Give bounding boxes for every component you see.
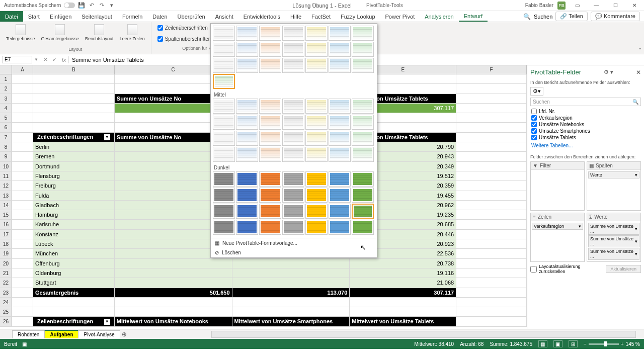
cell[interactable]: 113.070 (232, 288, 350, 297)
cell[interactable] (12, 317, 33, 326)
pivot-style-thumb[interactable] (352, 147, 374, 162)
zoom-in-icon[interactable]: + (621, 341, 624, 347)
row-header[interactable]: 22 (0, 278, 12, 287)
pivot-style-thumb[interactable] (213, 26, 235, 41)
field-pane-gear-icon[interactable]: ⚙▾ (530, 87, 543, 96)
row-header[interactable]: 18 (0, 239, 12, 248)
row-header[interactable]: 23 (0, 288, 12, 297)
tab-start[interactable]: Start (23, 11, 45, 22)
cell[interactable] (456, 220, 527, 229)
grandtotals-button[interactable]: Gesamtergebnisse (39, 23, 82, 42)
cell[interactable]: Mittelwert von Umsätze Smartphones (232, 317, 350, 326)
values-pill[interactable]: Summe von Umsätze ...▾ (588, 248, 639, 260)
cell[interactable] (115, 278, 232, 287)
columns-area[interactable]: ▦Spalten Werte▾ (587, 161, 641, 211)
pivot-style-thumb[interactable] (282, 26, 304, 41)
sheet-tab-rohdaten[interactable]: Rohdaten (12, 330, 45, 338)
tab-hilfe[interactable]: Hilfe (285, 11, 306, 22)
pivot-style-thumb[interactable] (352, 26, 374, 41)
cell[interactable] (12, 74, 33, 83)
row-labels-filter-icon[interactable]: ▼ (104, 319, 110, 325)
row-header[interactable]: 13 (0, 191, 12, 200)
comments-button[interactable]: 💬 Kommentare (591, 12, 640, 21)
normal-view-icon[interactable]: ▦ (538, 340, 547, 347)
pivot-style-thumb[interactable] (329, 99, 351, 114)
pivot-style-thumb[interactable] (282, 171, 304, 187)
cell[interactable] (456, 181, 527, 190)
pivot-style-thumb[interactable] (305, 204, 328, 219)
cell[interactable] (456, 74, 527, 83)
cell[interactable] (12, 210, 33, 219)
pivot-style-thumb[interactable] (236, 171, 258, 187)
pivot-style-thumb[interactable] (213, 58, 235, 73)
pivot-style-thumb[interactable] (282, 188, 304, 203)
subtotals-button[interactable]: Teilergebnisse (4, 23, 37, 42)
cell[interactable] (33, 123, 115, 132)
zoom-level[interactable]: 145 % (626, 341, 640, 347)
cell[interactable] (456, 239, 527, 248)
pivot-style-thumb[interactable] (329, 42, 351, 57)
row-headers-checkbox[interactable]: Zeilenüberschriften (157, 25, 208, 31)
pivot-style-thumb[interactable] (329, 26, 351, 41)
cell[interactable] (12, 171, 33, 180)
cell[interactable] (12, 191, 33, 200)
cell[interactable] (12, 113, 33, 122)
pivot-style-thumb[interactable] (213, 188, 235, 203)
cell[interactable]: Gladbach (33, 201, 115, 210)
col-header-f[interactable]: F (456, 65, 527, 74)
user-avatar[interactable]: FB (557, 2, 566, 10)
cell[interactable] (115, 307, 232, 316)
field-search-input[interactable]: Suchen 🔍 (530, 98, 641, 106)
pivot-style-thumb[interactable] (329, 204, 351, 219)
blankrows-button[interactable]: Leere Zeilen (118, 23, 147, 42)
cell[interactable] (456, 259, 527, 268)
pivot-style-thumb[interactable] (352, 204, 374, 219)
col-headers-checkbox[interactable]: Spaltenüberschriften (157, 36, 211, 42)
row-header[interactable]: 3 (0, 94, 12, 103)
pivot-style-thumb[interactable] (352, 115, 374, 130)
user-name[interactable]: Fabio Basler (525, 3, 553, 8)
cell[interactable]: Lübeck (33, 239, 115, 248)
cell[interactable] (33, 307, 115, 316)
cell[interactable] (456, 317, 527, 326)
fx-icon[interactable]: fx (59, 57, 68, 63)
cell[interactable] (12, 230, 33, 239)
pivot-style-thumb[interactable] (259, 58, 281, 73)
pivot-style-thumb[interactable] (305, 115, 328, 130)
cell[interactable] (12, 94, 33, 103)
cell[interactable] (12, 181, 33, 190)
cell[interactable] (12, 104, 33, 113)
defer-checkbox[interactable] (530, 266, 537, 273)
add-sheet-button[interactable]: ⊕ (120, 331, 129, 338)
pivot-style-thumb[interactable] (305, 188, 328, 203)
row-header[interactable]: 19 (0, 249, 12, 258)
pivot-style-thumb[interactable] (259, 42, 281, 57)
search-label[interactable]: Suchen (534, 14, 552, 20)
cell[interactable] (456, 249, 527, 258)
row-header[interactable]: 16 (0, 220, 12, 229)
pivot-style-thumb[interactable] (213, 204, 235, 219)
row-header[interactable]: 10 (0, 162, 12, 171)
row-header[interactable]: 12 (0, 181, 12, 190)
cell[interactable] (12, 307, 33, 316)
row-header[interactable]: 4 (0, 104, 12, 113)
cell[interactable] (12, 249, 33, 258)
select-all-corner[interactable] (0, 65, 12, 74)
pivot-style-thumb[interactable] (282, 58, 304, 73)
cell[interactable]: Konstanz (33, 230, 115, 239)
cell[interactable]: Berlin (33, 142, 115, 151)
pivot-style-thumb[interactable] (259, 99, 281, 114)
horizontal-scrollbar[interactable] (211, 331, 636, 338)
cell[interactable] (232, 307, 350, 316)
pivot-style-thumb[interactable] (236, 188, 258, 203)
row-header[interactable]: 5 (0, 113, 12, 122)
values-area[interactable]: ΣWerte Summe von Umsätze ...▾Summe von U… (587, 213, 641, 262)
pivot-style-thumb[interactable] (236, 42, 258, 57)
collapse-ribbon-icon[interactable]: ⌃ (638, 47, 642, 53)
cell[interactable] (12, 268, 33, 278)
field-pane-settings-icon[interactable]: ⚙ ▾ (604, 69, 613, 75)
pivot-style-thumb[interactable] (305, 99, 328, 114)
cell[interactable]: 21.068 (350, 278, 456, 287)
pivot-style-thumb[interactable] (329, 131, 351, 146)
cell[interactable] (456, 268, 527, 278)
